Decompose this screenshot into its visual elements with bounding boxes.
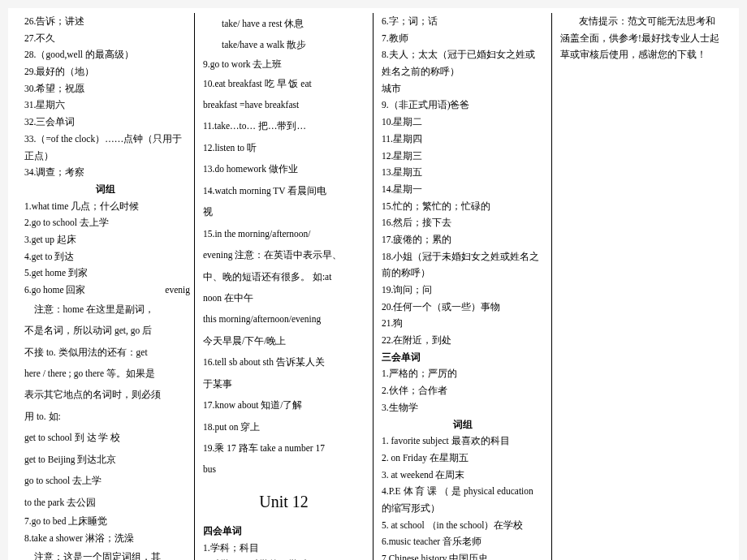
phrase-item: 11.take…to… 把…带到… — [203, 115, 365, 136]
note-text: this morning/afternoon/evening — [203, 308, 365, 330]
tip-text: 友情提示：范文可能无法思考和涵盖全面，供参考!最好找专业人士起草或审核后使用，感… — [560, 13, 723, 63]
document-page: 26.告诉；讲述 27.不久 28.（good,well 的最高级） 29.最好… — [8, 8, 739, 560]
phrase-item: take/have a walk 散步 — [203, 34, 365, 55]
vocab-item: 7.教师 — [382, 30, 543, 47]
vocab-item: 22.在附近，到处 — [382, 332, 543, 349]
phrase-item: 15.in the morning/afternoon/ — [203, 223, 365, 244]
column-4: 友情提示：范文可能无法思考和涵盖全面，供参考!最好找专业人士起草或审核后使用，感… — [552, 13, 731, 560]
phrase-item: 8.take a shower 淋浴；洗澡 — [24, 530, 186, 547]
note-text: 注意：home 在这里是副词， — [24, 299, 186, 320]
phrase-item: 10.eat breakfast 吃 早 饭 eat — [203, 73, 365, 94]
phrase-item: 3. at weekend 在周末 — [382, 467, 543, 484]
example-text: go to school 去上学 — [24, 470, 186, 491]
note-text: evening 注意：在英语中表示早、 — [203, 244, 365, 265]
note-text: 用 to. 如: — [24, 406, 186, 427]
example-text: get to school 到 达 学 校 — [24, 427, 186, 448]
phrase-item: 6.go home 回家 — [24, 285, 85, 295]
phrase-heading: 词组 — [24, 181, 186, 198]
phrase-item: breakfast =have breakfast — [203, 94, 365, 115]
phrase-item: 9.go to work 去上班 — [203, 56, 365, 73]
phrase-item: 5. at school （in the school）在学校 — [382, 517, 543, 534]
note-text: here / there ; go there 等。如果是 — [24, 363, 186, 384]
vocab-item: 13.星期五 — [382, 164, 543, 181]
vocab-item: 14.星期一 — [382, 181, 543, 198]
vocab-item: 26.告诉；讲述 — [24, 13, 186, 30]
phrase-item: 4.get to 到达 — [24, 248, 186, 265]
vocab-item: 2.科学；（科学的）学科 — [203, 556, 365, 560]
vocab-item: 11.星期四 — [382, 131, 543, 148]
phrase-item: 17.know about 知道/了解 — [203, 394, 365, 416]
phrase-item: bus — [203, 459, 365, 480]
phrase-item: 3.get up 起床 — [24, 231, 186, 248]
vocab-item: 1.学科；科目 — [203, 540, 365, 557]
note-text: 中、晚的短语还有很多。 如:at — [203, 266, 365, 287]
phrase-item: 5.get home 到家 — [24, 265, 186, 282]
note-text: 今天早晨/下午/晚上 — [203, 330, 365, 351]
vocab-item: 16.然后；接下去 — [382, 214, 543, 231]
phrase-item: 4.P.E 体 育 课 （ 是 physical education 的缩写形式… — [382, 483, 543, 516]
column-1: 26.告诉；讲述 27.不久 28.（good,well 的最高级） 29.最好… — [16, 13, 195, 560]
example-text: to the park 去公园 — [24, 492, 186, 513]
phrase-item: 14.watch morning TV 看晨间电 — [203, 180, 365, 201]
phrase-item: take/ have a rest 休息 — [203, 13, 365, 34]
vocab-item: 29.最好的（地） — [24, 63, 186, 80]
phrase-item: 7.go to bed 上床睡觉 — [24, 513, 186, 530]
four-heading: 四会单词 — [203, 523, 365, 540]
phrase-item: 16.tell sb about sth 告诉某人关 — [203, 351, 365, 373]
vocab-item: 6.字；词；话 — [382, 13, 543, 30]
vocab-item: 34.调查；考察 — [24, 164, 186, 181]
phrase-item: 于某事 — [203, 373, 365, 394]
phrase-item: 1.what time 几点；什么时候 — [24, 198, 186, 215]
vocab-item: 31.星期六 — [24, 97, 186, 114]
phrase-heading: 词组 — [382, 416, 543, 433]
note-text: noon 在中午 — [203, 287, 365, 308]
vocab-item: 8.夫人；太太（冠于已婚妇女之姓或姓名之前的称呼） — [382, 46, 543, 80]
phrase-item: 13.do homework 做作业 — [203, 158, 365, 179]
note-text: 注意：这是一个固定词组，其 — [24, 546, 186, 560]
vocab-item: 2.伙伴；合作者 — [382, 382, 543, 399]
vocab-item: 12.星期三 — [382, 148, 543, 165]
vocab-item: 33.（=of the clock）……点钟（只用于正点） — [24, 131, 186, 164]
vocab-item: 30.希望；祝愿 — [24, 80, 186, 97]
phrase-item: 18.put on 穿上 — [203, 416, 365, 437]
vocab-item: 32.三会单词 — [24, 114, 186, 131]
vocab-item: 21.狗 — [382, 315, 543, 332]
vocab-item: 9.（非正式用语)爸爸 — [382, 97, 543, 114]
vocab-item: 3.生物学 — [382, 399, 543, 416]
vocab-item: 19.询问；问 — [382, 282, 543, 299]
note-text: 不是名词，所以动词 get, go 后 — [24, 320, 186, 341]
phrase-item: 6.music teacher 音乐老师 — [382, 533, 543, 550]
vocab-item: 15.忙的；繁忙的；忙碌的 — [382, 198, 543, 215]
vocab-item: 城市 — [382, 80, 543, 97]
unit-title: Unit 12 — [203, 487, 365, 516]
phrase-item: 2.go to school 去上学 — [24, 214, 186, 231]
vocab-item: 18.小姐（冠于未婚妇女之姓或姓名之前的称呼） — [382, 248, 543, 282]
note-text: 表示其它地点的名词时，则必须 — [24, 384, 186, 405]
phrase-item: 2. on Friday 在星期五 — [382, 450, 543, 467]
vocab-item: 10.星期二 — [382, 114, 543, 131]
phrase-item: 7.Chinese history 中国历史 — [382, 550, 543, 560]
example-text: get to Beijing 到达北京 — [24, 449, 186, 470]
phrase-item: 1. favorite subject 最喜欢的科目 — [382, 433, 543, 450]
vocab-item: 28.（good,well 的最高级） — [24, 46, 186, 63]
vocab-item: 20.任何一个（或一些）事物 — [382, 299, 543, 316]
column-3: 6.字；词；话 7.教师 8.夫人；太太（冠于已婚妇女之姓或姓名之前的称呼） 城… — [374, 13, 552, 560]
vocab-item: 1.严格的；严厉的 — [382, 365, 543, 382]
vocab-item: 27.不久 — [24, 30, 186, 47]
vocab-item: 17.疲倦的；累的 — [382, 231, 543, 248]
phrase-item: 12.listen to 听 — [203, 137, 365, 158]
phrase-item: 19.乘 17 路车 take a number 17 — [203, 437, 365, 459]
note-text: 不接 to. 类似用法的还有：get — [24, 342, 186, 363]
evenig-fragment: evenig — [165, 282, 190, 299]
phrase-item: 视 — [203, 201, 365, 222]
three-heading: 三会单词 — [382, 349, 543, 366]
column-2: take/ have a rest 休息 take/have a walk 散步… — [195, 13, 374, 560]
